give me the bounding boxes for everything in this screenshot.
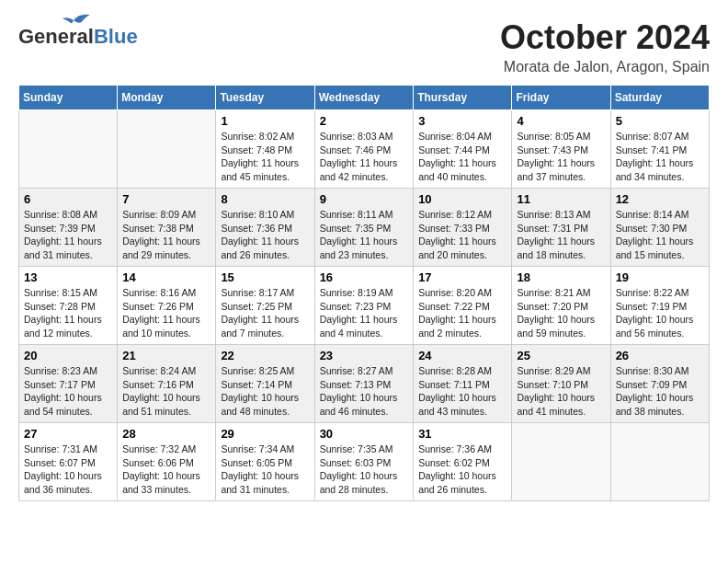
- calendar-cell: 2Sunrise: 8:03 AM Sunset: 7:46 PM Daylig…: [314, 110, 414, 189]
- day-number: 27: [24, 427, 112, 441]
- day-detail: Sunrise: 8:20 AM Sunset: 7:22 PM Dayligh…: [418, 286, 506, 340]
- calendar-cell: 20Sunrise: 8:23 AM Sunset: 7:17 PM Dayli…: [19, 345, 118, 423]
- day-detail: Sunrise: 8:10 AM Sunset: 7:36 PM Dayligh…: [221, 208, 309, 262]
- calendar-cell: 4Sunrise: 8:05 AM Sunset: 7:43 PM Daylig…: [512, 110, 610, 189]
- day-detail: Sunrise: 8:09 AM Sunset: 7:38 PM Dayligh…: [122, 208, 210, 262]
- day-number: 10: [418, 192, 506, 206]
- day-number: 31: [418, 427, 506, 441]
- day-number: 24: [418, 349, 506, 362]
- column-header-saturday: Saturday: [610, 86, 709, 110]
- day-detail: Sunrise: 8:27 AM Sunset: 7:13 PM Dayligh…: [320, 364, 409, 419]
- day-detail: Sunrise: 8:02 AM Sunset: 7:48 PM Dayligh…: [221, 130, 309, 184]
- title-area: October 2024 Morata de Jalon, Aragon, Sp…: [500, 18, 710, 75]
- column-header-tuesday: Tuesday: [216, 86, 314, 110]
- calendar-cell: 23Sunrise: 8:27 AM Sunset: 7:13 PM Dayli…: [314, 345, 414, 423]
- day-number: 16: [320, 270, 409, 284]
- day-detail: Sunrise: 8:13 AM Sunset: 7:31 PM Dayligh…: [517, 208, 605, 262]
- calendar-cell: 7Sunrise: 8:09 AM Sunset: 7:38 PM Daylig…: [118, 189, 216, 267]
- day-number: 23: [320, 349, 409, 362]
- day-detail: Sunrise: 8:17 AM Sunset: 7:25 PM Dayligh…: [221, 286, 309, 340]
- day-detail: Sunrise: 8:29 AM Sunset: 7:10 PM Dayligh…: [517, 364, 605, 419]
- calendar-cell: [19, 110, 118, 189]
- day-detail: Sunrise: 7:35 AM Sunset: 6:03 PM Dayligh…: [320, 442, 409, 497]
- calendar-cell: 15Sunrise: 8:17 AM Sunset: 7:25 PM Dayli…: [216, 267, 314, 345]
- day-detail: Sunrise: 8:28 AM Sunset: 7:11 PM Dayligh…: [418, 364, 506, 419]
- day-detail: Sunrise: 8:07 AM Sunset: 7:41 PM Dayligh…: [616, 130, 704, 184]
- day-number: 30: [320, 427, 409, 441]
- day-number: 13: [24, 270, 112, 284]
- location-title: Morata de Jalon, Aragon, Spain: [500, 59, 710, 75]
- calendar-cell: 9Sunrise: 8:11 AM Sunset: 7:35 PM Daylig…: [314, 189, 414, 267]
- day-detail: Sunrise: 8:23 AM Sunset: 7:17 PM Dayligh…: [24, 364, 112, 419]
- calendar-cell: 28Sunrise: 7:32 AM Sunset: 6:06 PM Dayli…: [118, 423, 216, 501]
- calendar-week-row: 13Sunrise: 8:15 AM Sunset: 7:28 PM Dayli…: [19, 267, 710, 345]
- calendar-cell: [118, 110, 216, 189]
- column-header-wednesday: Wednesday: [314, 86, 414, 110]
- logo: General Blue: [18, 18, 138, 49]
- day-detail: Sunrise: 8:11 AM Sunset: 7:35 PM Dayligh…: [320, 208, 409, 262]
- day-number: 12: [616, 192, 704, 206]
- day-number: 29: [221, 427, 309, 441]
- day-detail: Sunrise: 8:08 AM Sunset: 7:39 PM Dayligh…: [24, 208, 112, 262]
- day-number: 20: [24, 349, 112, 362]
- day-detail: Sunrise: 8:03 AM Sunset: 7:46 PM Dayligh…: [320, 130, 409, 184]
- calendar-week-row: 1Sunrise: 8:02 AM Sunset: 7:48 PM Daylig…: [19, 110, 710, 189]
- month-title: October 2024: [500, 18, 710, 57]
- day-detail: Sunrise: 7:32 AM Sunset: 6:06 PM Dayligh…: [122, 442, 210, 497]
- calendar-cell: 3Sunrise: 8:04 AM Sunset: 7:44 PM Daylig…: [414, 110, 512, 189]
- calendar-cell: 10Sunrise: 8:12 AM Sunset: 7:33 PM Dayli…: [414, 189, 512, 267]
- calendar-week-row: 6Sunrise: 8:08 AM Sunset: 7:39 PM Daylig…: [19, 189, 710, 267]
- day-number: 19: [616, 270, 704, 284]
- logo-text-blue: Blue: [94, 25, 138, 49]
- column-header-friday: Friday: [512, 86, 610, 110]
- day-number: 4: [517, 114, 605, 128]
- day-number: 28: [122, 427, 210, 441]
- day-number: 17: [418, 270, 506, 284]
- day-number: 25: [517, 349, 605, 362]
- calendar-cell: 21Sunrise: 8:24 AM Sunset: 7:16 PM Dayli…: [118, 345, 216, 423]
- column-header-thursday: Thursday: [414, 86, 512, 110]
- calendar-cell: 11Sunrise: 8:13 AM Sunset: 7:31 PM Dayli…: [512, 189, 610, 267]
- calendar-cell: 16Sunrise: 8:19 AM Sunset: 7:23 PM Dayli…: [314, 267, 414, 345]
- day-number: 18: [517, 270, 605, 284]
- day-number: 8: [221, 192, 309, 206]
- day-detail: Sunrise: 8:21 AM Sunset: 7:20 PM Dayligh…: [517, 286, 605, 340]
- calendar-table: SundayMondayTuesdayWednesdayThursdayFrid…: [18, 85, 710, 501]
- day-detail: Sunrise: 7:34 AM Sunset: 6:05 PM Dayligh…: [221, 442, 309, 497]
- day-detail: Sunrise: 8:16 AM Sunset: 7:26 PM Dayligh…: [122, 286, 210, 340]
- day-number: 21: [122, 349, 210, 362]
- day-number: 15: [221, 270, 309, 284]
- day-detail: Sunrise: 8:14 AM Sunset: 7:30 PM Dayligh…: [616, 208, 704, 262]
- calendar-cell: 1Sunrise: 8:02 AM Sunset: 7:48 PM Daylig…: [216, 110, 314, 189]
- day-number: 7: [122, 192, 210, 206]
- calendar-cell: 26Sunrise: 8:30 AM Sunset: 7:09 PM Dayli…: [610, 345, 709, 423]
- calendar-header-row: SundayMondayTuesdayWednesdayThursdayFrid…: [19, 86, 710, 110]
- day-detail: Sunrise: 8:22 AM Sunset: 7:19 PM Dayligh…: [616, 286, 704, 340]
- day-detail: Sunrise: 8:30 AM Sunset: 7:09 PM Dayligh…: [616, 364, 704, 419]
- day-number: 6: [24, 192, 112, 206]
- day-detail: Sunrise: 8:24 AM Sunset: 7:16 PM Dayligh…: [122, 364, 210, 419]
- column-header-monday: Monday: [118, 86, 216, 110]
- calendar-cell: 29Sunrise: 7:34 AM Sunset: 6:05 PM Dayli…: [216, 423, 314, 501]
- column-header-sunday: Sunday: [19, 86, 118, 110]
- calendar-cell: 27Sunrise: 7:31 AM Sunset: 6:07 PM Dayli…: [19, 423, 118, 501]
- calendar-cell: 30Sunrise: 7:35 AM Sunset: 6:03 PM Dayli…: [314, 423, 414, 501]
- day-number: 2: [320, 114, 409, 128]
- day-detail: Sunrise: 8:19 AM Sunset: 7:23 PM Dayligh…: [320, 286, 409, 340]
- day-detail: Sunrise: 8:04 AM Sunset: 7:44 PM Dayligh…: [418, 130, 506, 184]
- day-detail: Sunrise: 7:31 AM Sunset: 6:07 PM Dayligh…: [24, 442, 112, 497]
- calendar-cell: 12Sunrise: 8:14 AM Sunset: 7:30 PM Dayli…: [610, 189, 709, 267]
- day-detail: Sunrise: 7:36 AM Sunset: 6:02 PM Dayligh…: [418, 442, 506, 497]
- calendar-cell: 24Sunrise: 8:28 AM Sunset: 7:11 PM Dayli…: [414, 345, 512, 423]
- day-number: 22: [221, 349, 309, 362]
- calendar-cell: 17Sunrise: 8:20 AM Sunset: 7:22 PM Dayli…: [414, 267, 512, 345]
- calendar-cell: [610, 423, 709, 501]
- day-number: 1: [221, 114, 309, 128]
- calendar-cell: 8Sunrise: 8:10 AM Sunset: 7:36 PM Daylig…: [216, 189, 314, 267]
- day-number: 26: [616, 349, 704, 362]
- day-number: 9: [320, 192, 409, 206]
- day-detail: Sunrise: 8:15 AM Sunset: 7:28 PM Dayligh…: [24, 286, 112, 340]
- day-number: 14: [122, 270, 210, 284]
- calendar-cell: 25Sunrise: 8:29 AM Sunset: 7:10 PM Dayli…: [512, 345, 610, 423]
- day-number: 5: [616, 114, 704, 128]
